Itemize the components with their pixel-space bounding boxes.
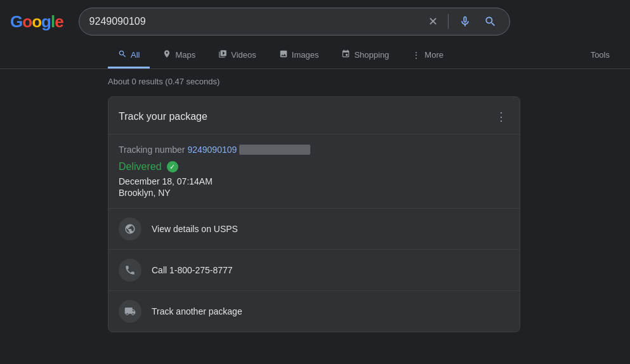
usps-label: View details on USPS — [152, 224, 238, 234]
images-icon — [279, 49, 288, 60]
clear-button[interactable]: ✕ — [426, 12, 440, 31]
google-logo[interactable]: Google — [10, 12, 63, 32]
delivery-status: Delivered — [119, 161, 162, 172]
call-label: Call 1-800-275-8777 — [152, 265, 233, 275]
tab-more-label: More — [424, 50, 443, 60]
tab-images[interactable]: Images — [269, 43, 329, 68]
tab-shopping-label: Shopping — [354, 50, 389, 60]
tab-maps[interactable]: Maps — [152, 43, 206, 68]
search-input[interactable] — [89, 16, 426, 27]
results-area: About 0 results (0.47 seconds) Track you… — [0, 69, 630, 332]
action-call[interactable]: Call 1-800-275-8777 — [108, 250, 520, 291]
tools-label: Tools — [591, 50, 610, 60]
search-icon — [118, 49, 127, 60]
voice-search-button[interactable] — [456, 13, 474, 30]
tab-all-label: All — [131, 50, 140, 60]
card-body: Tracking number 9249090109 ———————— Deli… — [108, 134, 520, 209]
videos-icon — [218, 49, 227, 60]
action-usps[interactable]: View details on USPS — [108, 209, 520, 250]
tracking-number-row: Tracking number 9249090109 ———————— — [119, 145, 509, 155]
tab-videos-label: Videos — [231, 50, 256, 60]
tab-images-label: Images — [292, 50, 319, 60]
search-bar: ✕ — [79, 8, 510, 36]
search-button[interactable] — [482, 13, 499, 30]
divider — [448, 14, 449, 29]
tracking-label: Tracking number — [119, 145, 185, 155]
tab-shopping[interactable]: Shopping — [331, 43, 399, 68]
tab-maps-label: Maps — [175, 50, 195, 60]
tab-tools[interactable]: Tools — [581, 44, 620, 68]
check-circle-icon: ✓ — [167, 161, 178, 172]
tracking-number-value: 9249090109 ———————— — [187, 145, 310, 155]
action-track-another[interactable]: Track another package — [108, 291, 520, 332]
results-count: About 0 results (0.47 seconds) — [108, 77, 630, 86]
tab-videos[interactable]: Videos — [208, 43, 266, 68]
package-card: Track your package ⋮ Tracking number 924… — [108, 96, 520, 332]
delivery-time: December 18, 07:14AM — [119, 176, 509, 186]
card-header: Track your package ⋮ — [108, 97, 520, 134]
shopping-icon — [341, 49, 350, 60]
nav-tabs: All Maps Videos Images Shopp — [0, 43, 630, 69]
card-more-button[interactable]: ⋮ — [493, 107, 509, 126]
tab-more[interactable]: ⋮ More — [402, 44, 454, 68]
header: Google ✕ — [0, 0, 630, 43]
track-another-label: Track another package — [152, 306, 242, 316]
more-dots-icon: ⋮ — [412, 50, 421, 60]
delivery-location: Brooklyn, NY — [119, 188, 509, 198]
status-row: Delivered ✓ — [119, 161, 509, 172]
globe-icon — [119, 218, 141, 240]
truck-icon — [119, 300, 141, 323]
card-title: Track your package — [119, 111, 207, 122]
maps-icon — [162, 49, 171, 60]
tab-all[interactable]: All — [108, 43, 150, 68]
phone-icon — [119, 259, 141, 282]
